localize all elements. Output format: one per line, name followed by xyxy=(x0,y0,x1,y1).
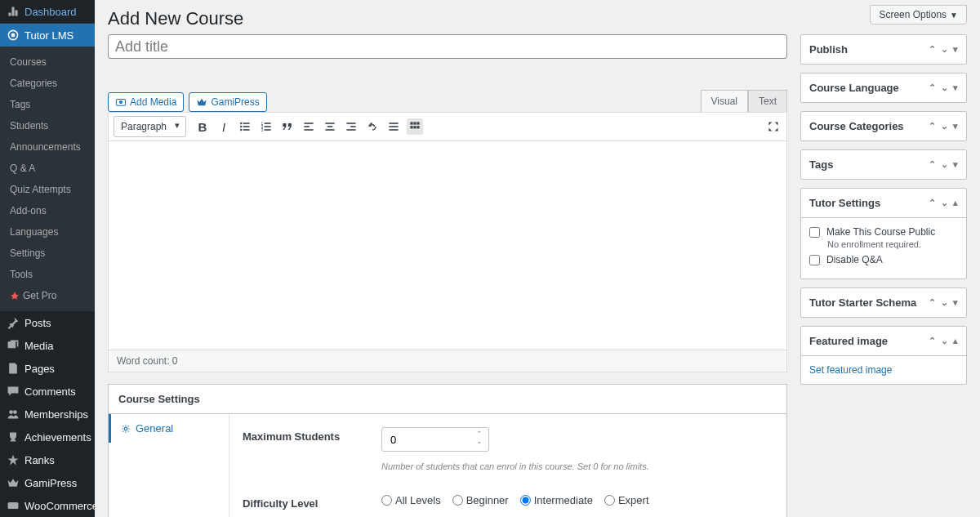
sidebar-gamipress-label: GamiPress xyxy=(24,477,77,489)
editor-canvas[interactable] xyxy=(108,141,787,350)
make-public-checkbox[interactable] xyxy=(809,227,820,238)
svg-rect-35 xyxy=(413,122,416,124)
sidebar-comments[interactable]: Comments xyxy=(0,380,95,403)
fullscreen-icon[interactable] xyxy=(765,118,782,135)
submenu-tools[interactable]: Tools xyxy=(0,264,95,285)
svg-rect-31 xyxy=(389,123,398,124)
tab-visual[interactable]: Visual xyxy=(701,90,748,112)
panel-menu-icon[interactable]: ▴ xyxy=(953,198,958,208)
svg-rect-21 xyxy=(265,129,271,131)
link-icon[interactable] xyxy=(364,118,381,135)
panel-caret-down-icon[interactable]: ⌄ xyxy=(941,82,948,93)
tab-text[interactable]: Text xyxy=(748,90,787,112)
italic-icon[interactable]: I xyxy=(216,118,232,135)
panel-language: Course Language ⌃⌄▾ xyxy=(800,73,967,103)
radio-all-levels[interactable]: All Levels xyxy=(381,494,441,506)
bullet-list-icon[interactable] xyxy=(237,118,253,135)
panel-menu-icon[interactable]: ▾ xyxy=(953,82,958,93)
submenu-languages[interactable]: Languages xyxy=(0,221,95,243)
align-center-icon[interactable] xyxy=(322,118,338,135)
panel-schema-title: Tutor Starter Schema xyxy=(809,296,916,309)
woo-icon xyxy=(7,499,20,512)
submenu-settings[interactable]: Settings xyxy=(0,243,95,264)
align-left-icon[interactable] xyxy=(301,118,317,135)
sidebar-pages[interactable]: Pages xyxy=(0,357,95,380)
panel-caret-down-icon[interactable]: ⌄ xyxy=(941,297,948,308)
sidebar-dashboard[interactable]: Dashboard xyxy=(0,0,95,24)
word-count-label: Word count: xyxy=(117,355,172,367)
radio-intermediate[interactable]: Intermediate xyxy=(520,494,593,506)
course-settings-panel: Course Settings General Maximum Students xyxy=(108,384,787,517)
radio-beginner[interactable]: Beginner xyxy=(452,494,509,506)
course-title-input[interactable] xyxy=(108,34,787,59)
bold-icon[interactable]: B xyxy=(194,118,211,135)
max-students-input[interactable] xyxy=(381,427,489,452)
panel-caret-up-icon[interactable]: ⌃ xyxy=(929,336,936,346)
sidebar-media-label: Media xyxy=(24,340,53,352)
block-format-select[interactable]: Paragraph xyxy=(114,116,186,137)
make-public-label: Make This Course Public xyxy=(826,226,935,238)
panel-caret-up-icon[interactable]: ⌃ xyxy=(929,159,936,170)
sidebar-woocommerce[interactable]: WooCommerce xyxy=(0,494,95,517)
disable-qa-checkbox[interactable] xyxy=(809,255,820,265)
sidebar-gamipress[interactable]: GamiPress xyxy=(0,471,95,494)
sidebar-media[interactable]: Media xyxy=(0,334,95,357)
panel-caret-up-icon[interactable]: ⌃ xyxy=(929,297,936,308)
panel-caret-up-icon[interactable]: ⌃ xyxy=(929,44,936,55)
sidebar-ranks-label: Ranks xyxy=(24,454,55,466)
panel-caret-down-icon[interactable]: ⌄ xyxy=(941,198,948,208)
submenu-addons[interactable]: Add-ons xyxy=(0,200,95,221)
panel-caret-up-icon[interactable]: ⌃ xyxy=(929,82,936,93)
sidebar-posts-label: Posts xyxy=(24,317,51,329)
submenu-announcements[interactable]: Announcements xyxy=(0,136,95,158)
max-students-label: Maximum Students xyxy=(243,427,341,471)
svg-rect-4 xyxy=(8,502,19,509)
sidebar-achievements[interactable]: Achievements xyxy=(0,426,95,448)
sidebar-woo-label: WooCommerce xyxy=(24,500,98,512)
submenu-qa[interactable]: Q & A xyxy=(0,158,95,179)
panel-caret-up-icon[interactable]: ⌃ xyxy=(929,198,936,208)
sidebar-ranks[interactable]: Ranks xyxy=(0,448,95,471)
disable-qa-label: Disable Q&A xyxy=(826,254,883,265)
svg-rect-30 xyxy=(346,129,355,131)
numbered-list-icon[interactable]: 123 xyxy=(258,118,274,135)
panel-featured-image: Featured image ⌃⌄▴ Set featured image xyxy=(800,326,967,385)
read-more-icon[interactable] xyxy=(385,118,402,135)
svg-rect-33 xyxy=(389,129,398,131)
submenu-students[interactable]: Students xyxy=(0,115,95,136)
course-settings-tab-general[interactable]: General xyxy=(109,414,229,443)
panel-caret-up-icon[interactable]: ⌃ xyxy=(929,121,936,131)
sidebar-tutor-lms-label: Tutor LMS xyxy=(24,29,74,42)
submenu-categories[interactable]: Categories xyxy=(0,73,95,94)
chevron-down-icon: ▼ xyxy=(950,11,958,20)
blockquote-icon[interactable] xyxy=(279,118,296,135)
screen-options-toggle[interactable]: Screen Options ▼ xyxy=(870,5,967,25)
radio-expert[interactable]: Expert xyxy=(604,494,649,506)
media-icon xyxy=(7,339,20,352)
comment-icon xyxy=(7,385,20,398)
panel-caret-down-icon[interactable]: ⌄ xyxy=(941,159,948,170)
panel-menu-icon[interactable]: ▾ xyxy=(953,44,958,55)
add-media-button[interactable]: Add Media xyxy=(108,92,184,112)
sidebar-tutor-lms[interactable]: Tutor LMS xyxy=(0,24,95,47)
toolbar-toggle-icon[interactable] xyxy=(407,118,423,135)
panel-menu-icon[interactable]: ▾ xyxy=(953,297,958,308)
submenu-courses[interactable]: Courses xyxy=(0,51,95,73)
gamipress-button[interactable]: GamiPress xyxy=(189,92,266,112)
sidebar-memberships[interactable]: Memberships xyxy=(0,403,95,426)
panel-tutor-settings: Tutor Settings ⌃⌄▴ Make This Course Publ… xyxy=(800,188,967,279)
panel-caret-down-icon[interactable]: ⌄ xyxy=(941,121,948,131)
panel-menu-icon[interactable]: ▾ xyxy=(953,121,958,131)
panel-language-title: Course Language xyxy=(809,82,899,94)
panel-menu-icon[interactable]: ▾ xyxy=(953,159,958,170)
panel-menu-icon[interactable]: ▴ xyxy=(953,336,958,346)
submenu-tags[interactable]: Tags xyxy=(0,94,95,115)
submenu-quiz-attempts[interactable]: Quiz Attempts xyxy=(0,179,95,200)
sidebar-achievements-label: Achievements xyxy=(24,431,91,443)
sidebar-posts[interactable]: Posts xyxy=(0,311,95,334)
panel-caret-down-icon[interactable]: ⌄ xyxy=(941,336,948,346)
submenu-get-pro[interactable]: Get Pro xyxy=(0,285,95,306)
panel-caret-down-icon[interactable]: ⌄ xyxy=(941,44,948,55)
align-right-icon[interactable] xyxy=(343,118,359,135)
set-featured-image-link[interactable]: Set featured image xyxy=(809,364,892,376)
